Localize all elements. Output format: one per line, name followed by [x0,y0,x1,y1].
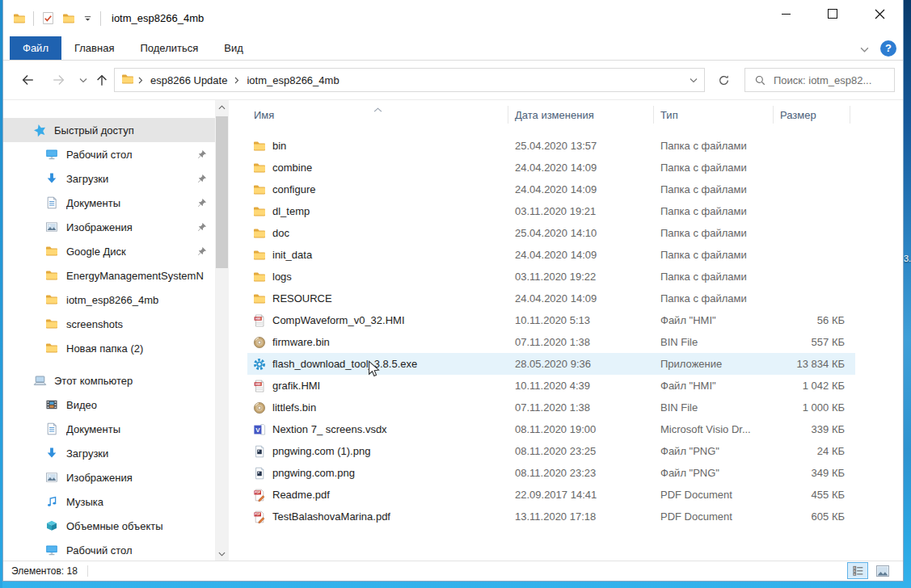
file-row[interactable]: littlefs.bin07.11.2020 1:38BIN File1 000… [247,397,855,418]
new-folder-icon[interactable] [62,12,75,25]
file-row[interactable]: combine24.04.2020 14:09Папка с файлами [247,157,855,178]
visio-icon: V [253,423,266,436]
column-header-type[interactable]: Тип [654,106,774,124]
file-row[interactable]: RESOURCE24.04.2020 14:09Папка с файлами [247,288,855,309]
breadcrumb-segment[interactable]: iotm_esp8266_4mb [243,74,342,86]
column-header-size[interactable]: Размер [774,106,850,124]
sidebar-item[interactable]: iotm_esp8266_4mb [3,288,215,312]
search-input[interactable] [772,74,894,87]
sidebar-item[interactable]: EnergyManagementSystemN [3,263,215,288]
file-row[interactable]: VNextion 7_ screens.vsdx08.11.2020 19:00… [247,418,855,440]
qat-dropdown-icon[interactable] [82,13,93,23]
file-row[interactable]: logs03.11.2020 19:22Папка с файлами [247,266,855,288]
sidebar-item[interactable]: Этот компьютер [3,368,215,393]
refresh-button[interactable] [711,68,736,92]
sidebar-item[interactable]: screenshots [3,312,215,336]
search-icon [754,74,766,86]
address-dropdown-icon[interactable] [683,78,704,83]
file-row[interactable]: HMIgrafik.HMI10.11.2020 4:39Файл "HMI"1 … [247,375,855,397]
sidebar-item[interactable]: Новая папка (2) [3,336,215,360]
sidebar-item[interactable]: Рабочий стол [3,142,215,166]
separator [87,565,88,577]
file-type: Файл "HMI" [654,314,774,326]
file-row[interactable]: doc25.04.2020 14:10Папка с файлами [247,222,855,244]
sidebar-item[interactable]: Загрузки [3,441,215,465]
address-bar[interactable]: esp8266 Update iotm_esp8266_4mb [114,68,705,92]
hmi-icon: HMI [253,380,266,393]
sidebar-item-label: Этот компьютер [54,375,133,387]
separator [100,11,101,26]
file-row[interactable]: bin25.04.2020 13:57Папка с файлами [247,135,855,157]
sidebar-item[interactable]: Загрузки [3,166,215,191]
file-type: Файл "PNG" [654,445,774,457]
minimize-button[interactable] [762,0,809,27]
file-row[interactable]: pngwing.com.png08.11.2020 23:23Файл "PNG… [247,462,855,484]
content-area: Быстрый доступРабочий столЗагрузкиДокуме… [3,100,903,561]
file-row[interactable]: HMICompWaveform_v0_32.HMI10.11.2020 5:13… [247,309,855,331]
tab-home[interactable]: Главная [61,36,127,60]
sidebar-item[interactable]: Документы [3,191,215,215]
ribbon-collapse-icon[interactable] [860,41,869,56]
svg-text:V: V [255,426,260,434]
file-row[interactable]: configure24.04.2020 14:09Папка с файлами [247,178,855,200]
sidebar-item[interactable]: Документы [3,417,215,441]
file-row[interactable]: firmware.bin07.11.2020 1:38BIN File557 К… [247,331,855,353]
file-list-pane: Имя Дата изменения Тип Размер bin25.04.2… [229,100,903,561]
explorer-window: iotm_esp8266_4mb Файл Главная Поделиться… [2,0,904,582]
file-row[interactable]: pngwing.com (1).png08.11.2020 23:25Файл … [247,440,855,462]
scroll-up-icon[interactable] [215,100,229,114]
properties-check-icon[interactable] [41,11,55,25]
tab-view[interactable]: Вид [211,36,256,60]
file-name: doc [272,227,508,239]
sidebar-item-label: Музыка [66,496,103,508]
close-icon [875,9,885,19]
sidebar-item[interactable]: Музыка [3,489,215,514]
file-name: bin [272,140,508,152]
download-icon [45,447,59,460]
sidebar-item[interactable]: Объемные объекты [3,514,215,538]
sidebar-item[interactable]: Изображения [3,465,215,489]
file-date: 07.11.2020 1:38 [508,401,654,414]
tab-share[interactable]: Поделиться [127,36,211,60]
disc-icon [253,336,266,349]
forward-button[interactable] [49,72,67,88]
tab-file[interactable]: Файл [10,36,61,60]
close-button[interactable] [856,0,903,27]
hmi-icon: HMI [253,314,266,327]
sidebar-item[interactable]: Изображения [3,215,215,239]
sidebar-item[interactable]: Видео [3,393,215,417]
file-row[interactable]: init_data24.04.2020 14:09Папка с файлами [247,244,855,266]
window-controls [762,0,903,27]
back-button[interactable] [19,72,36,88]
sidebar-scrollbar[interactable] [215,100,229,561]
column-header-date[interactable]: Дата изменения [508,106,654,124]
file-type: Папка с файлами [654,249,774,261]
sidebar-item-label: EnergyManagementSystemN [66,270,204,282]
file-name: logs [272,271,508,283]
breadcrumb-segment[interactable]: esp8266 Update [147,74,230,86]
sidebar-item[interactable]: Быстрый доступ [3,118,215,142]
recent-locations-icon[interactable] [74,72,92,88]
items-count: Элементов: 18 [11,565,78,577]
file-size: 557 КБ [774,336,851,348]
thumbnail-view-button[interactable] [872,562,893,579]
scroll-down-icon[interactable] [215,547,229,561]
file-name: combine [272,162,508,174]
sidebar-item[interactable]: Google Диск [3,239,215,263]
file-date: 25.04.2020 13:57 [508,140,654,152]
file-type: Папка с файлами [654,271,774,283]
scrollbar-thumb[interactable] [216,116,228,268]
maximize-button[interactable] [809,0,856,27]
folder-icon [45,293,59,307]
details-view-button[interactable] [847,562,868,579]
file-row[interactable]: dl_temp03.11.2020 19:21Папка с файлами [247,200,855,222]
file-row[interactable]: PDFTestBalashovaMarina.pdf13.11.2020 17:… [247,506,855,527]
up-button[interactable] [93,72,111,88]
file-row[interactable]: flash_download_tool_3.8.5.exe28.05.2020 … [247,353,855,375]
help-button[interactable]: ? [880,40,896,57]
file-row[interactable]: PDFReadme.pdf22.09.2017 14:41PDF Documen… [247,484,855,506]
file-type: BIN File [654,336,774,348]
sidebar-item[interactable]: Рабочий стол [3,538,215,561]
folder-icon [253,205,266,218]
ribbon-tabs: Файл Главная Поделиться Вид ? [3,36,903,61]
